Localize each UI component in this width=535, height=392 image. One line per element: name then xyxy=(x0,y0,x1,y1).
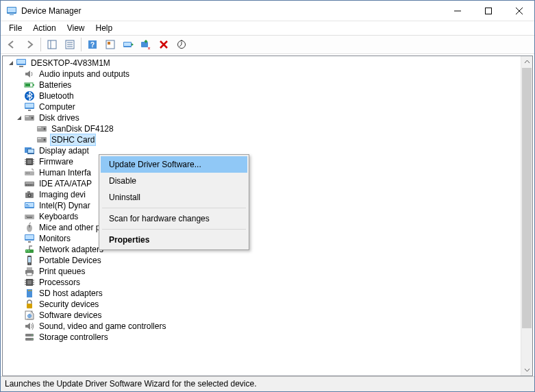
svg-point-32 xyxy=(32,117,34,119)
svg-rect-67 xyxy=(26,206,29,206)
scroll-thumb[interactable] xyxy=(522,68,532,328)
computer-icon xyxy=(16,58,27,69)
svg-point-85 xyxy=(29,263,30,265)
ctx-properties[interactable]: Properties xyxy=(101,232,247,248)
svg-rect-66 xyxy=(26,204,28,205)
sd-icon xyxy=(24,288,35,299)
ctx-disable[interactable]: Disable xyxy=(101,173,247,189)
svg-rect-4 xyxy=(485,8,491,14)
tree-node-hid[interactable]: Human Interfa xyxy=(7,167,521,178)
tree-node-sandisk[interactable]: SanDisk DF4128 xyxy=(7,123,521,134)
ctx-separator xyxy=(102,208,246,208)
svg-point-106 xyxy=(32,339,33,340)
device-tree[interactable]: DESKTOP-4V83M1MAudio inputs and outputsB… xyxy=(3,56,521,376)
tree-node-batteries[interactable]: Batteries xyxy=(7,79,521,90)
speaker-icon xyxy=(24,69,35,79)
svg-rect-63 xyxy=(27,191,30,193)
portable-icon xyxy=(24,255,35,266)
svg-rect-19 xyxy=(141,42,148,47)
tree-node-software[interactable]: Software devices xyxy=(7,310,521,321)
tree-node-disk[interactable]: Disk drives xyxy=(7,112,521,123)
vertical-scrollbar[interactable] xyxy=(521,56,532,376)
hid-icon xyxy=(24,167,35,178)
tree-node-intel[interactable]: Intel(R) Dynar xyxy=(7,200,521,211)
tree-node-ide[interactable]: IDE ATA/ATAP xyxy=(7,178,521,189)
collapse-icon[interactable] xyxy=(7,59,15,67)
tree-label: Display adapt xyxy=(38,145,90,156)
tree-node-network[interactable]: Network adapters xyxy=(7,244,521,255)
svg-rect-79 xyxy=(28,241,31,243)
tree-node-firmware[interactable]: Firmware xyxy=(7,156,521,167)
ide-icon xyxy=(24,178,35,189)
svg-rect-36 xyxy=(38,127,41,128)
svg-point-57 xyxy=(26,184,27,185)
svg-text:?: ? xyxy=(90,41,95,49)
tree-label: Sound, video and game controllers xyxy=(38,321,167,332)
keyboard-icon xyxy=(24,211,35,222)
tree-node-display[interactable]: Display adapt xyxy=(7,145,521,156)
tree-label: IDE ATA/ATAP xyxy=(38,178,93,189)
disable-button[interactable] xyxy=(138,37,154,52)
collapse-icon[interactable] xyxy=(15,114,23,122)
ctx-update-driver[interactable]: Update Driver Software... xyxy=(101,156,247,173)
uninstall-button[interactable] xyxy=(155,37,172,52)
storage-icon xyxy=(24,332,35,343)
tree-node-sound[interactable]: Sound, video and game controllers xyxy=(7,321,521,332)
tree-node-monitors[interactable]: Monitors xyxy=(7,233,521,244)
disk-icon xyxy=(24,112,35,123)
mouse-icon xyxy=(24,222,35,233)
tree-node-sdhc[interactable]: SDHC Card xyxy=(7,134,521,145)
back-button[interactable] xyxy=(3,37,20,52)
tree-label: Security devices xyxy=(38,299,100,310)
tree-label: Bluetooth xyxy=(38,90,75,101)
scan-button[interactable] xyxy=(102,37,119,52)
minimize-button[interactable] xyxy=(442,1,473,21)
tree-node-bluetooth[interactable]: Bluetooth xyxy=(7,90,521,101)
chip-icon xyxy=(24,277,35,288)
disk-icon xyxy=(36,134,47,145)
tree-node-storage[interactable]: Storage controllers xyxy=(7,332,521,343)
ctx-uninstall[interactable]: Uninstall xyxy=(101,189,247,206)
tree-node-computer[interactable]: Computer xyxy=(7,101,521,112)
tree-node-security[interactable]: Security devices xyxy=(7,299,521,310)
scroll-up-button[interactable] xyxy=(521,56,532,68)
menu-action[interactable]: Action xyxy=(27,22,61,34)
tree-node-imaging[interactable]: Imaging devi xyxy=(7,189,521,200)
svg-rect-73 xyxy=(32,216,32,217)
svg-rect-25 xyxy=(33,84,34,86)
help-button[interactable]: ? xyxy=(84,37,101,52)
forward-button[interactable] xyxy=(21,37,38,52)
tree-node-sdhost[interactable]: SD host adapters xyxy=(7,288,521,299)
update-driver-button[interactable] xyxy=(120,37,136,52)
tree-node-keyboards[interactable]: Keyboards xyxy=(7,211,521,222)
menu-help[interactable]: Help xyxy=(90,22,119,34)
intel-icon xyxy=(24,200,35,211)
tree-node-processors[interactable]: Processors xyxy=(7,277,521,288)
properties-button[interactable] xyxy=(62,37,78,52)
close-button[interactable] xyxy=(503,1,534,21)
tree-node-portable[interactable]: Portable Devices xyxy=(7,255,521,266)
window-title: Device Manager xyxy=(21,6,442,16)
svg-rect-18 xyxy=(124,42,131,46)
scan-hardware-button[interactable] xyxy=(173,37,190,52)
monitor-icon xyxy=(24,233,35,244)
svg-rect-44 xyxy=(27,160,32,164)
tree-root[interactable]: DESKTOP-4V83M1M xyxy=(7,58,521,69)
toolbar-separator xyxy=(40,38,41,51)
svg-rect-100 xyxy=(27,304,32,308)
tree-node-audio[interactable]: Audio inputs and outputs xyxy=(7,69,521,79)
maximize-button[interactable] xyxy=(473,1,503,21)
menu-file[interactable]: File xyxy=(3,22,27,34)
tree-node-mice[interactable]: Mice and other pointing devices xyxy=(7,222,521,233)
monitor-icon xyxy=(24,101,35,112)
svg-rect-98 xyxy=(29,290,30,291)
ctx-scan[interactable]: Scan for hardware changes xyxy=(101,210,247,227)
tree-node-print[interactable]: Print queues xyxy=(7,266,521,277)
svg-rect-71 xyxy=(29,216,29,217)
context-menu: Update Driver Software... Disable Uninst… xyxy=(99,154,249,250)
show-hide-button[interactable] xyxy=(44,37,60,52)
svg-rect-69 xyxy=(26,216,27,217)
scroll-down-button[interactable] xyxy=(521,364,532,376)
menu-view[interactable]: View xyxy=(62,22,90,34)
svg-rect-1 xyxy=(8,8,16,12)
